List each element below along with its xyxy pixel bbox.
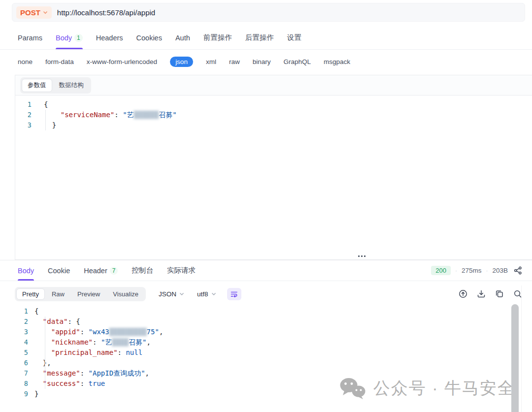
word-wrap-button[interactable] <box>227 288 241 300</box>
status-code-badge: 200 <box>431 266 451 275</box>
response-tab-Cookie[interactable]: Cookie <box>48 260 70 281</box>
code-token: : { <box>67 317 80 325</box>
active-tab-underline <box>56 48 83 49</box>
request-tab-bar: ParamsBody1HeadersCookiesAuth前置操作后置操作设置 <box>0 26 532 50</box>
code-line: 2 "data": { <box>15 317 163 327</box>
tab-label: Headers <box>96 34 123 42</box>
request-tab-后置操作[interactable]: 后置操作 <box>245 26 274 49</box>
body-type-raw[interactable]: raw <box>229 58 240 65</box>
response-tab-实际请求[interactable]: 实际请求 <box>167 260 196 281</box>
method-dropdown[interactable]: POST <box>16 6 52 19</box>
code-token: } <box>34 390 38 398</box>
request-json-editor[interactable]: 1{2 "serviceName": "艺██████召募"3 } <box>15 95 532 130</box>
code-token: "艺 <box>123 111 133 119</box>
request-tab-Headers[interactable]: Headers <box>96 26 123 49</box>
request-tab-前置操作[interactable]: 前置操作 <box>203 26 232 49</box>
line-number: 2 <box>15 317 34 327</box>
tab-label: 实际请求 <box>167 266 196 275</box>
tab-label: 控制台 <box>132 266 153 275</box>
code-line: 5 "principal_name": null <box>15 348 163 358</box>
view-mode-Raw[interactable]: Raw <box>46 288 70 300</box>
code-line: 7 "message": "AppID查询成功", <box>15 368 163 379</box>
watermark-text: 公众号 · 牛马安全 <box>373 377 515 400</box>
code-token: , <box>159 328 163 336</box>
response-json-viewer[interactable]: 1{2 "data": {3 "appid": "wx43█████████75… <box>15 306 163 399</box>
share-icon[interactable] <box>514 266 522 275</box>
request-tab-Auth[interactable]: Auth <box>175 26 190 49</box>
request-tab-Params[interactable]: Params <box>18 26 42 49</box>
body-type-form-data[interactable]: form-data <box>45 58 74 65</box>
code-line: 2 "serviceName": "艺██████召募" <box>15 110 532 120</box>
toggle-数据结构[interactable]: 数据结构 <box>53 79 90 92</box>
request-tab-Cookies[interactable]: Cookies <box>136 26 162 49</box>
response-size: 203B <box>492 267 508 274</box>
vertical-scrollbar[interactable] <box>511 304 519 412</box>
code-token: "success" <box>43 380 80 387</box>
response-tab-Body[interactable]: Body <box>18 260 34 281</box>
body-type-GraphQL[interactable]: GraphQL <box>283 58 311 65</box>
request-tab-设置[interactable]: 设置 <box>287 26 301 49</box>
watermark: 公众号 · 牛马安全 <box>338 377 515 400</box>
tab-label: 后置操作 <box>245 33 274 42</box>
body-type-binary[interactable]: binary <box>253 58 271 65</box>
code-token: "艺 <box>101 338 112 346</box>
code-content: { <box>34 306 38 317</box>
encoding-dropdown[interactable]: utf8 <box>197 290 216 298</box>
tab-count-badge: 1 <box>74 34 83 42</box>
redacted-text: ██████ <box>134 111 159 119</box>
redacted-text: ████ <box>112 338 129 346</box>
code-token: "serviceName" <box>61 111 115 119</box>
export-icon[interactable] <box>459 289 467 298</box>
line-number: 1 <box>15 99 44 110</box>
response-tab-Header[interactable]: Header7 <box>84 260 118 281</box>
code-token <box>34 369 43 377</box>
body-type-x-www-form-urlencoded[interactable]: x-www-form-urlencoded <box>87 58 157 65</box>
code-token: "AppID查询成功" <box>89 369 145 377</box>
view-mode-Visualize[interactable]: Visualize <box>107 288 144 300</box>
indent-guide <box>45 317 45 389</box>
code-token: 75" <box>147 328 159 336</box>
code-line: 1{ <box>15 99 532 110</box>
copy-icon[interactable] <box>495 289 504 298</box>
chevron-down-icon <box>43 11 48 14</box>
tab-label: 设置 <box>287 33 301 42</box>
response-tab-控制台[interactable]: 控制台 <box>132 260 153 281</box>
code-line: 9} <box>15 389 163 399</box>
line-number: 8 <box>15 379 34 389</box>
pane-resize-handle[interactable] <box>358 255 366 257</box>
view-mode-Preview[interactable]: Preview <box>71 288 106 300</box>
request-tab-Body[interactable]: Body1 <box>56 26 83 49</box>
code-token <box>34 328 51 336</box>
code-token <box>44 111 61 119</box>
tab-label: Params <box>18 34 42 42</box>
view-mode-Pretty[interactable]: Pretty <box>16 288 45 300</box>
word-wrap-icon <box>231 291 238 297</box>
code-line: 4 "nickname": "艺████召募", <box>15 337 163 348</box>
method-label: POST <box>20 8 40 17</box>
code-token: : <box>114 111 123 119</box>
body-type-msgpack[interactable]: msgpack <box>324 58 350 65</box>
code-line: 3 "appid": "wx43█████████75", <box>15 327 163 337</box>
code-line: 8 "success": true <box>15 379 163 389</box>
code-token: : <box>80 380 89 387</box>
code-content: }, <box>34 358 51 368</box>
indent-guide <box>45 110 46 130</box>
code-token: }, <box>34 359 51 367</box>
code-token: "wx43 <box>89 328 109 336</box>
body-type-xml[interactable]: xml <box>206 58 216 65</box>
toggle-参数值[interactable]: 参数值 <box>22 79 52 92</box>
url-input[interactable] <box>57 8 525 17</box>
line-number: 5 <box>15 348 34 358</box>
format-dropdown[interactable]: JSON <box>159 290 184 298</box>
code-token: 召募" <box>129 338 146 346</box>
body-type-none[interactable]: none <box>18 58 33 65</box>
code-token: true <box>89 380 105 387</box>
line-number: 7 <box>15 368 34 379</box>
response-status-group: 200 · 275ms · 203B <box>431 266 522 275</box>
code-token: : <box>118 349 126 356</box>
body-type-json[interactable]: json <box>170 57 193 67</box>
code-token: : <box>80 328 89 336</box>
line-number: 3 <box>15 120 44 130</box>
tab-count-badge: 7 <box>110 267 118 275</box>
download-icon[interactable] <box>477 289 486 298</box>
